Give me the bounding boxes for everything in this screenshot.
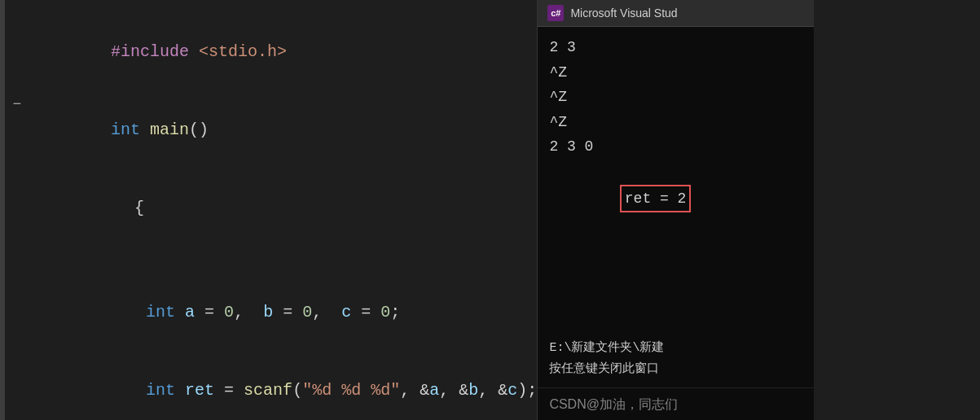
num0b: 0 bbox=[302, 303, 312, 322]
gutter-include bbox=[5, 13, 29, 15]
comma1: , bbox=[234, 303, 244, 322]
s3 bbox=[214, 303, 224, 322]
gutter-int-a bbox=[5, 273, 29, 275]
csdn-watermark: CSDN@加油，同志们 bbox=[538, 387, 814, 420]
kw-include: #include bbox=[111, 42, 189, 61]
console-titlebar: c# Microsoft Visual Stud bbox=[538, 0, 814, 27]
line-empty-1-content bbox=[51, 247, 537, 273]
space bbox=[140, 120, 150, 139]
eq3: = bbox=[361, 303, 371, 322]
num0a: 0 bbox=[224, 303, 234, 322]
kw-int-ret: int bbox=[146, 381, 175, 400]
console-line-3: ^Z bbox=[549, 110, 802, 135]
console-line-1: ^Z bbox=[549, 60, 802, 85]
s1 bbox=[175, 303, 185, 322]
console-footer-0: E:\新建文件夹\新建 bbox=[549, 338, 802, 359]
line-brace-open: { bbox=[5, 169, 537, 247]
var-ret: ret bbox=[185, 381, 214, 400]
comma2: , bbox=[312, 303, 322, 322]
line-int-ret: int ret = scanf("%d %d %d", &a, &b, &c); bbox=[5, 352, 537, 420]
main-container: #include <stdio.h> − int main() { bbox=[0, 0, 814, 420]
semi1: ; bbox=[390, 303, 400, 322]
console-footer-1: 按任意键关闭此窗口 bbox=[549, 359, 802, 380]
console-ret-line: ret = 2 bbox=[549, 160, 802, 238]
console-title: Microsoft Visual Stud bbox=[570, 7, 677, 20]
line-empty-1 bbox=[5, 247, 537, 273]
console-body: 2 3 ^Z ^Z ^Z 2 3 0 ret = 2 bbox=[538, 27, 814, 335]
s5 bbox=[273, 303, 283, 322]
vs-icon-label: c# bbox=[551, 8, 560, 18]
s6 bbox=[292, 303, 302, 322]
kw-int-main: int bbox=[111, 120, 140, 139]
var-a: a bbox=[185, 303, 195, 322]
eq2: = bbox=[283, 303, 292, 322]
vs-icon: c# bbox=[547, 5, 564, 21]
s2 bbox=[195, 303, 204, 322]
code-editor: #include <stdio.h> − int main() { bbox=[5, 0, 537, 420]
s9 bbox=[371, 303, 380, 322]
num0c: 0 bbox=[380, 303, 390, 322]
gutter-main: − bbox=[5, 91, 29, 116]
ret-value-highlighted: ret = 2 bbox=[620, 185, 692, 213]
collapse-icon[interactable]: − bbox=[13, 93, 22, 116]
kw-int-a: int bbox=[146, 303, 175, 322]
open-brace: { bbox=[134, 199, 144, 217]
var-b: b bbox=[263, 303, 273, 322]
fn-main: main bbox=[150, 120, 189, 139]
str-scanf: "%d %d %d" bbox=[302, 381, 400, 400]
s7 bbox=[322, 303, 341, 322]
line-main: − int main() bbox=[5, 91, 537, 169]
fn-scanf: scanf bbox=[244, 381, 292, 400]
include-file: <stdio.h> bbox=[199, 42, 287, 61]
line-include-content: #include <stdio.h> bbox=[29, 13, 537, 91]
console-footer: E:\新建文件夹\新建 按任意键关闭此窗口 bbox=[538, 335, 814, 387]
line-main-content: int main() bbox=[29, 91, 537, 169]
space bbox=[189, 42, 199, 61]
console-line-0: 2 3 bbox=[549, 35, 802, 60]
line-int-a-content: int a = 0, b = 0, c = 0; bbox=[51, 273, 537, 352]
gutter-empty1 bbox=[5, 247, 29, 249]
parens: () bbox=[189, 120, 209, 139]
s8 bbox=[351, 303, 361, 322]
line-int-ret-content: int ret = scanf("%d %d %d", &a, &b, &c); bbox=[51, 352, 537, 420]
gutter-int-ret bbox=[5, 352, 29, 353]
gutter-brace-open bbox=[5, 169, 29, 171]
console-panel: c# Microsoft Visual Stud 2 3 ^Z ^Z ^Z 2 … bbox=[537, 0, 814, 420]
line-include: #include <stdio.h> bbox=[5, 13, 537, 91]
console-line-2: ^Z bbox=[549, 85, 802, 110]
console-line-4: 2 3 0 bbox=[549, 134, 802, 160]
s4 bbox=[244, 303, 263, 322]
line-brace-open-content: { bbox=[51, 169, 537, 247]
line-int-a: int a = 0, b = 0, c = 0; bbox=[5, 273, 537, 352]
var-c: c bbox=[341, 303, 351, 322]
csdn-text: CSDN@加油，同志们 bbox=[549, 397, 678, 411]
eq1: = bbox=[204, 303, 214, 322]
